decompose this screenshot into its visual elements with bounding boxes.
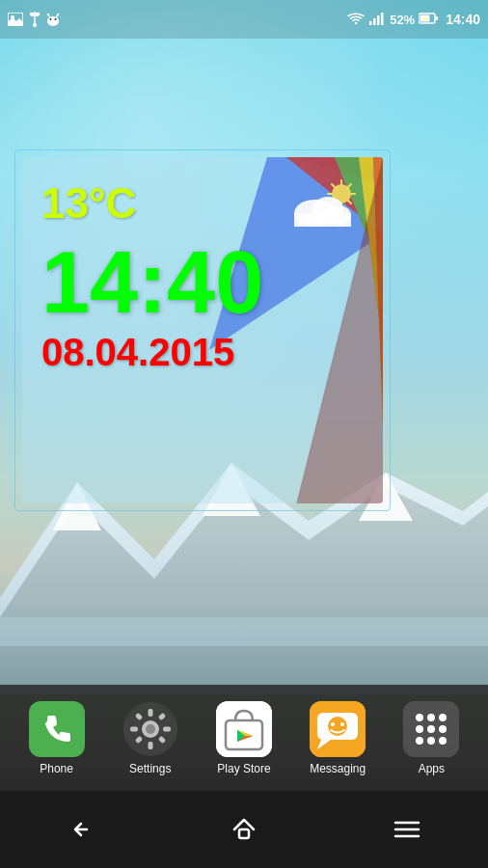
playstore-app-icon[interactable] <box>216 701 272 757</box>
svg-rect-12 <box>30 13 34 15</box>
wifi-icon <box>347 12 365 28</box>
playstore-label: Play Store <box>217 762 270 775</box>
widget-inner: 13°C <box>22 157 383 503</box>
svg-rect-6 <box>0 617 488 646</box>
menu-button[interactable] <box>378 800 436 858</box>
svg-point-78 <box>416 737 423 745</box>
svg-rect-52 <box>148 742 152 749</box>
settings-app-icon[interactable] <box>122 701 178 757</box>
svg-point-77 <box>439 725 447 733</box>
svg-line-17 <box>57 14 59 17</box>
usb-icon <box>29 12 41 27</box>
svg-point-76 <box>427 725 435 733</box>
signal-icon <box>368 12 386 28</box>
nav-bar <box>0 791 488 868</box>
dock-item-phone[interactable]: Phone <box>29 701 85 775</box>
svg-point-15 <box>47 16 59 26</box>
status-right-icons: 52% 14:40 <box>347 12 480 28</box>
svg-point-74 <box>439 714 447 721</box>
status-left-icons <box>8 12 60 27</box>
svg-rect-20 <box>369 21 372 25</box>
svg-rect-22 <box>377 15 380 25</box>
phone-label: Phone <box>40 762 73 775</box>
svg-line-42 <box>348 184 351 187</box>
back-button[interactable] <box>52 800 110 858</box>
svg-rect-25 <box>436 16 439 20</box>
home-button[interactable] <box>215 800 273 858</box>
svg-point-75 <box>416 725 423 733</box>
svg-point-79 <box>427 737 435 745</box>
svg-point-18 <box>50 18 52 20</box>
svg-point-50 <box>146 724 155 734</box>
svg-line-16 <box>48 14 50 17</box>
widget-content: 13°C <box>22 157 383 503</box>
messaging-app-icon[interactable] <box>310 701 366 757</box>
battery-icon <box>419 13 438 27</box>
temperature-row: 13°C <box>41 176 364 230</box>
svg-point-69 <box>331 722 335 726</box>
phone-app-icon[interactable] <box>29 701 85 757</box>
svg-rect-13 <box>36 13 40 15</box>
dock-item-apps[interactable]: Apps <box>403 701 459 775</box>
svg-rect-47 <box>294 213 351 227</box>
svg-rect-53 <box>130 726 138 731</box>
svg-point-72 <box>416 714 423 721</box>
apps-app-icon[interactable] <box>403 701 459 757</box>
dock-item-messaging[interactable]: Messaging <box>310 701 366 775</box>
svg-point-80 <box>439 737 447 745</box>
svg-point-70 <box>340 722 344 726</box>
image-icon <box>8 13 23 26</box>
messaging-label: Messaging <box>310 762 366 775</box>
weather-widget[interactable]: 13°C <box>14 149 391 511</box>
status-bar: 52% 14:40 <box>0 0 488 39</box>
svg-marker-9 <box>8 17 23 26</box>
svg-rect-51 <box>148 709 152 717</box>
svg-rect-21 <box>373 18 376 25</box>
settings-label: Settings <box>129 762 171 775</box>
svg-rect-81 <box>239 829 249 838</box>
battery-percent: 52% <box>390 13 415 27</box>
svg-point-19 <box>55 18 57 20</box>
dock: Phone Settings <box>0 685 488 791</box>
svg-point-14 <box>33 23 37 27</box>
temperature-display: 13°C <box>41 179 136 228</box>
svg-point-73 <box>427 714 435 721</box>
android-icon <box>46 13 60 26</box>
date-display: 08.04.2015 <box>41 331 364 374</box>
time-display: 14:40 <box>41 239 364 326</box>
dock-item-settings[interactable]: Settings <box>122 701 178 775</box>
apps-label: Apps <box>419 762 445 775</box>
dock-item-playstore[interactable]: Play Store <box>216 701 272 775</box>
svg-rect-23 <box>381 13 384 25</box>
weather-icon <box>291 176 364 230</box>
svg-rect-54 <box>163 726 171 731</box>
status-time: 14:40 <box>446 12 480 27</box>
svg-line-40 <box>332 184 335 187</box>
svg-line-41 <box>348 201 351 203</box>
